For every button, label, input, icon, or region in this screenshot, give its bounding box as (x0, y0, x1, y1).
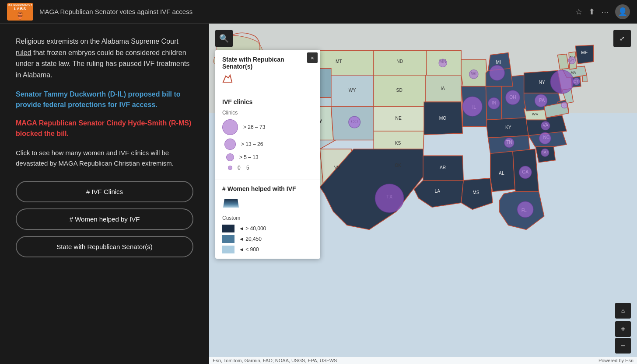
svg-text:MT: MT (336, 59, 343, 64)
legend-section-clinics: IVF clinics Clinics > 26 – 73 > 13 – 26 … (215, 92, 320, 180)
more-icon[interactable]: ⋯ (601, 7, 609, 17)
clinic-bubble-small (228, 166, 232, 170)
clinic-bubble-medium (226, 153, 234, 161)
avatar[interactable]: 👤 (615, 4, 630, 19)
legend-close-button[interactable]: × (307, 52, 318, 63)
svg-point-105 (349, 116, 360, 128)
svg-text:NM: NM (333, 165, 340, 170)
svg-point-111 (535, 94, 547, 107)
page-title: MAGA Republican Senator votes against IV… (39, 8, 575, 15)
gradient-legend: ◄ > 40,000 ◄ 20,450 ◄ < 900 (222, 225, 313, 253)
clinic-bubble-large (222, 119, 238, 135)
highlight-red-text: MAGA Republican Senator Cindy Hyde-Smith… (16, 118, 193, 139)
women-helped-button[interactable]: # Women helped by IVF (16, 208, 193, 230)
home-icon: ⌂ (621, 307, 625, 314)
gradient-label-1: ◄ > 40,000 (239, 225, 266, 232)
svg-text:SD: SD (396, 88, 402, 93)
map-search-button[interactable]: 🔍 (215, 30, 233, 47)
svg-text:WV: WV (532, 112, 539, 116)
gradient-row-1: ◄ > 40,000 (222, 225, 313, 232)
expand-icon: ⤢ (620, 35, 625, 42)
map-area[interactable]: WA OR CA NV ID MT WY UT AZ NM CO ND SD N… (209, 24, 637, 364)
map-zoom-out-button[interactable]: − (615, 338, 631, 354)
minus-icon: − (620, 341, 626, 351)
clinic-range-label-4: 0 – 5 (238, 165, 249, 171)
legend-republican-item (222, 74, 313, 83)
legend-clinics-subtitle: Clinics (222, 110, 313, 116)
gradient-swatch-dark (222, 225, 234, 232)
legend-section-republican: State with Repubican Senator(s) (215, 50, 320, 92)
search-icon: 🔍 (219, 34, 229, 43)
svg-marker-122 (223, 199, 239, 208)
svg-point-110 (504, 138, 514, 148)
republican-senator-button[interactable]: State with Republican Senator(s) (16, 236, 193, 257)
women-map-icon (222, 197, 240, 210)
legend-custom-label: Custom (222, 215, 313, 221)
gradient-label-2: ◄ 20,450 (239, 236, 262, 242)
logo[interactable]: the DEMOCRACY LABS 🏺 (7, 3, 33, 21)
svg-point-98 (550, 70, 574, 94)
svg-point-101 (506, 90, 520, 105)
svg-text:KS: KS (395, 141, 401, 146)
left-panel: Religious extremists on the Alabama Supr… (0, 24, 209, 364)
star-icon[interactable]: ☆ (575, 7, 582, 17)
svg-text:OK: OK (395, 163, 401, 168)
ivf-clinics-button[interactable]: # IVF Clinics (16, 181, 193, 202)
svg-text:ND: ND (396, 59, 403, 64)
svg-point-99 (462, 97, 482, 116)
svg-point-118 (573, 78, 580, 85)
main-content: Religious extremists on the Alabama Supr… (0, 24, 637, 364)
svg-text:WY: WY (349, 88, 356, 93)
legend-clinic-range-3: > 5 – 13 (222, 153, 313, 161)
gradient-label-3: ◄ < 900 (239, 246, 259, 253)
plus-icon: + (620, 324, 626, 334)
republican-state-symbol (222, 74, 233, 83)
intro-text-2: that frozen embryos could be considered … (16, 49, 189, 79)
legend-clinic-range-4: 0 – 5 (222, 165, 313, 171)
svg-text:AL: AL (499, 171, 504, 176)
highlight-blue-text: Senator Tammy Duckworth (D-IL) proposed … (16, 89, 193, 110)
legend-section-women: # Women helped with IVF Custom (215, 180, 320, 259)
svg-text:MA: MA (570, 71, 576, 75)
user-icon: 👤 (618, 7, 627, 17)
svg-text:NE: NE (396, 116, 402, 121)
legend-women-title: # Women helped with IVF (222, 185, 313, 192)
svg-text:IA: IA (441, 86, 445, 91)
gradient-row-2: ◄ 20,450 (222, 235, 313, 243)
attribution-right: Powered by Esri (598, 358, 634, 363)
svg-text:MO: MO (439, 116, 447, 121)
svg-text:MI: MI (496, 60, 501, 65)
clinic-range-label-3: > 5 – 13 (239, 154, 259, 160)
attribution-left: Esri, TomTom, Garmin, FAO; NOAA, USGS, E… (213, 358, 337, 363)
svg-point-114 (541, 149, 549, 156)
clinic-range-label-1: > 26 – 73 (243, 124, 265, 130)
svg-point-119 (568, 57, 575, 64)
clinic-range-label-2: > 13 – 26 (241, 141, 263, 147)
share-icon[interactable]: ⬆ (588, 7, 595, 17)
map-expand-button[interactable]: ⤢ (613, 30, 631, 47)
legend-clinic-range-1: > 26 – 73 (222, 119, 313, 135)
topbar: the DEMOCRACY LABS 🏺 MAGA Republican Sen… (0, 0, 637, 24)
map-attribution: Esri, TomTom, Garmin, FAO; NOAA, USGS, E… (209, 357, 637, 364)
svg-point-116 (469, 70, 479, 79)
svg-text:AR: AR (440, 165, 446, 170)
svg-point-96 (375, 184, 404, 213)
intro-text-underline: ruled (16, 49, 32, 56)
svg-point-117 (561, 102, 567, 108)
map-home-button[interactable]: ⌂ (615, 303, 631, 319)
intro-text-1: Religious extremists on the Alabama Supr… (16, 38, 178, 45)
svg-text:MS: MS (472, 190, 480, 195)
map-controls: ⌂ + − (615, 303, 631, 354)
svg-point-109 (488, 97, 500, 109)
gradient-swatch-mid (222, 235, 234, 243)
svg-marker-121 (223, 75, 232, 82)
svg-text:ME: ME (581, 50, 588, 55)
svg-point-108 (539, 132, 551, 144)
legend-popup: × State with Repubican Senator(s) IVF cl… (215, 50, 320, 259)
intro-paragraph: Religious extremists on the Alabama Supr… (16, 36, 193, 80)
clinic-bubble-medium-large (224, 139, 236, 150)
svg-text:NY: NY (539, 80, 545, 85)
logo-text: the DEMOCRACY LABS 🏺 (8, 3, 33, 20)
map-zoom-in-button[interactable]: + (615, 321, 631, 337)
gradient-row-3: ◄ < 900 (222, 246, 313, 253)
